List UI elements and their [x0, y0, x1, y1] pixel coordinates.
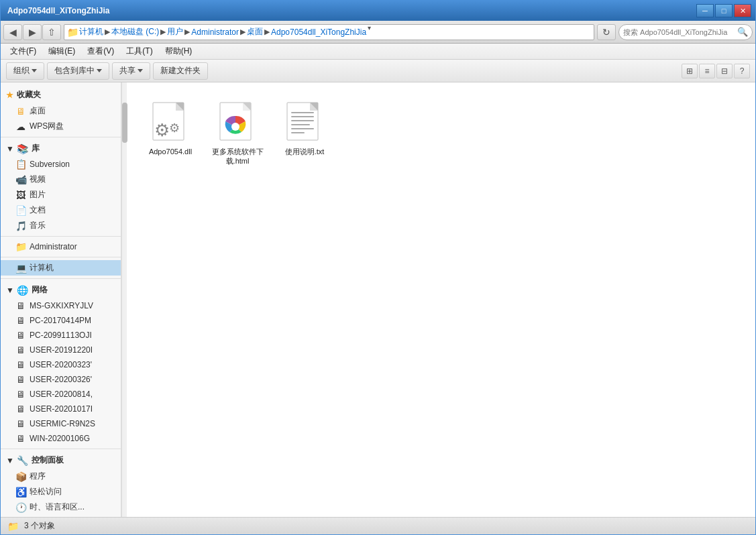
status-count: 3 个对象 [24, 520, 55, 532]
sidebar-item-computer[interactable]: 💻 计算机 [1, 260, 121, 276]
menu-view[interactable]: 查看(V) [82, 44, 119, 58]
status-folder-icon: 📁 [7, 521, 19, 532]
sidebar-item-net-2[interactable]: 🖥 PC-20991113OJI [1, 328, 121, 343]
window-controls: ─ □ ✕ [696, 4, 751, 17]
share-button[interactable]: 共享 [112, 62, 150, 80]
sidebar-item-net-8[interactable]: 🖥 USERMIC-R9N2S [1, 416, 121, 431]
breadcrumb-admin[interactable]: Administrator [191, 27, 239, 37]
breadcrumb-users[interactable]: 用户 [167, 26, 183, 38]
sidebar-control-panel-header[interactable]: ▼ 🔧 控制面板 [1, 452, 121, 469]
sidebar-item-docs[interactable]: 📄 文档 [1, 202, 121, 218]
svg-rect-17 [291, 132, 305, 133]
control-panel-icon: 🔧 [17, 455, 28, 466]
file-item-txt[interactable]: 使用说明.txt [274, 96, 335, 172]
sidebar-item-desktop[interactable]: 🖥 桌面 [1, 103, 121, 119]
folder-icon: 📁 [67, 27, 78, 38]
nav-buttons: ◀ ▶ ⇧ [3, 24, 61, 40]
close-button[interactable]: ✕ [734, 4, 751, 17]
net-pc-icon-2: 🖥 [15, 330, 26, 341]
sidebar-item-programs[interactable]: 📦 程序 [1, 469, 121, 484]
txt-file-icon [283, 101, 326, 144]
menu-edit[interactable]: 编辑(E) [43, 44, 80, 58]
sidebar-item-wps[interactable]: ☁ WPS网盘 [1, 119, 121, 134]
computer-icon: 💻 [15, 263, 26, 274]
svg-point-8 [231, 123, 239, 131]
sidebar-item-net-0[interactable]: 🖥 MS-GXKIXRYJLV [1, 298, 121, 313]
up-button[interactable]: ⇧ [42, 24, 61, 40]
search-bar[interactable]: 🔍 [618, 24, 753, 40]
network-expand-icon: ▼ [6, 286, 14, 295]
html-icon-svg [216, 101, 259, 150]
sidebar-item-video[interactable]: 📹 视频 [1, 172, 121, 187]
maximize-button[interactable]: □ [715, 4, 733, 17]
docs-icon: 📄 [15, 205, 26, 216]
file-item-dll[interactable]: ⚙ ⚙ Adpo7054.dll [140, 96, 201, 172]
sidebar-item-net-7[interactable]: 🖥 USER-20201017I [1, 402, 121, 416]
sidebar-divider-5 [1, 449, 121, 449]
menu-file[interactable]: 文件(F) [5, 44, 42, 58]
sidebar-divider-4 [1, 278, 121, 279]
title-bar: Adpo7054dll_XiTongZhiJia ─ □ ✕ [1, 1, 755, 21]
file-item-html[interactable]: 更多系统软件下载.html [207, 96, 268, 172]
sidebar-divider-1 [1, 137, 121, 137]
sidebar-item-net-5[interactable]: 🖥 USER-20200326' [1, 372, 121, 387]
svg-text:⚙: ⚙ [169, 121, 180, 135]
sidebar-network-header[interactable]: ▼ 🌐 网络 [1, 282, 121, 298]
net-pc-icon-9: 🖥 [15, 433, 26, 444]
net-pc-icon-1: 🖥 [15, 315, 26, 326]
library-icon: 📚 [17, 143, 28, 154]
sidebar-scrollbar[interactable] [121, 82, 127, 517]
image-icon: 🖼 [15, 190, 26, 200]
subversion-icon: 📋 [15, 159, 26, 170]
svg-rect-16 [291, 128, 314, 129]
sidebar-item-administrator[interactable]: 📁 Administrator [1, 239, 121, 254]
sidebar-item-net-3[interactable]: 🖥 USER-20191220I [1, 343, 121, 357]
view-list-button[interactable]: ≡ [699, 64, 715, 78]
breadcrumb-drive[interactable]: 本地磁盘 (C:) [111, 26, 159, 38]
view-controls: ⊞ ≡ ⊟ ? [682, 64, 750, 78]
svg-rect-14 [291, 120, 314, 121]
net-pc-icon-7: 🖥 [15, 404, 26, 414]
organize-button[interactable]: 组织 [6, 62, 44, 80]
breadcrumb-bar[interactable]: 📁 计算机 ▶ 本地磁盘 (C:) ▶ 用户 ▶ Administrator ▶… [64, 24, 594, 40]
search-icon[interactable]: 🔍 [737, 27, 748, 37]
sidebar-library-header[interactable]: ▼ 📚 库 [1, 140, 121, 157]
sidebar-scrollbar-thumb[interactable] [122, 103, 127, 143]
sidebar-item-net-4[interactable]: 🖥 USER-20200323' [1, 357, 121, 372]
svg-rect-12 [291, 112, 314, 113]
library-expand-icon: ▼ [6, 144, 14, 154]
sidebar-favorites-header[interactable]: ★ 收藏夹 [1, 86, 121, 103]
include-library-button[interactable]: 包含到库中 [47, 62, 109, 80]
search-input[interactable] [623, 28, 735, 36]
file-content-area[interactable]: ⚙ ⚙ Adpo7054.dll [127, 82, 755, 517]
forward-button[interactable]: ▶ [23, 24, 42, 40]
view-details-button[interactable]: ⊟ [716, 64, 733, 78]
breadcrumb-computer[interactable]: 计算机 [79, 26, 103, 38]
view-icons-button[interactable]: ⊞ [682, 64, 698, 78]
breadcrumb-desktop[interactable]: 桌面 [247, 26, 263, 38]
sidebar-item-net-1[interactable]: 🖥 PC-20170414PM [1, 313, 121, 328]
sidebar-item-image[interactable]: 🖼 图片 [1, 187, 121, 202]
refresh-button[interactable]: ↻ [597, 24, 616, 40]
menu-help[interactable]: 帮助(H) [160, 44, 198, 58]
breadcrumb-current[interactable]: Adpo7054dll_XiTongZhiJia [271, 27, 366, 37]
sidebar-item-music[interactable]: 🎵 音乐 [1, 218, 121, 233]
help-button[interactable]: ? [734, 64, 750, 78]
sidebar-item-net-9[interactable]: 🖥 WIN-20200106G [1, 431, 121, 446]
svg-rect-15 [291, 124, 310, 125]
menu-tools[interactable]: 工具(T) [121, 44, 158, 58]
sidebar-item-easy-access[interactable]: ♿ 轻松访问 [1, 484, 121, 499]
minimize-button[interactable]: ─ [696, 4, 714, 17]
network-icon: 🌐 [17, 285, 28, 296]
wps-icon: ☁ [15, 121, 26, 132]
time-icon: 🕐 [15, 502, 26, 513]
new-folder-button[interactable]: 新建文件夹 [153, 62, 208, 80]
sidebar-item-time[interactable]: 🕐 时、语言和区... [1, 499, 121, 515]
toolbar: 组织 包含到库中 共享 新建文件夹 ⊞ ≡ ⊟ ? [1, 60, 755, 82]
sidebar-item-subversion[interactable]: 📋 Subversion [1, 157, 121, 172]
sidebar-item-net-6[interactable]: 🖥 USER-20200814, [1, 387, 121, 402]
breadcrumb-dropdown[interactable]: ▾ [368, 24, 378, 40]
back-button[interactable]: ◀ [3, 24, 22, 40]
control-expand-icon: ▼ [6, 456, 14, 465]
video-icon: 📹 [15, 174, 26, 185]
